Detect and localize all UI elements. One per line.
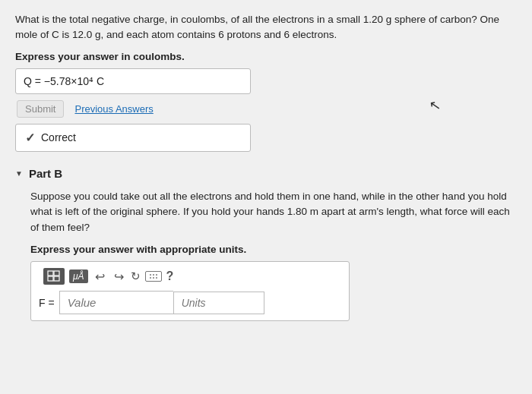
correct-box: ✓ Correct bbox=[15, 124, 251, 152]
correct-label: Correct bbox=[41, 131, 76, 143]
toolbar-row: μÅ ↩ ↪ ↻ bbox=[39, 268, 341, 285]
part-b-express-label: Express your answer with appropriate uni… bbox=[15, 244, 517, 255]
answer-value: Q = −5.78×10⁴ C bbox=[24, 75, 104, 87]
reset-button[interactable]: ↻ bbox=[131, 269, 141, 283]
units-input[interactable] bbox=[173, 292, 264, 314]
submit-row: Submit Previous Answers bbox=[15, 100, 517, 118]
submit-button[interactable]: Submit bbox=[17, 100, 64, 118]
previous-answers-link[interactable]: Previous Answers bbox=[74, 103, 153, 115]
part-b-label: Part B bbox=[29, 167, 62, 180]
svg-rect-1 bbox=[54, 271, 59, 276]
cursor-arrow: ↖ bbox=[428, 96, 442, 115]
svg-rect-3 bbox=[54, 276, 59, 281]
mu-angstrom-button[interactable]: μÅ bbox=[69, 269, 88, 283]
redo-button[interactable]: ↪ bbox=[112, 269, 126, 285]
svg-rect-2 bbox=[48, 276, 53, 281]
part-b-header-row: ▼ Part B bbox=[15, 167, 517, 180]
part-b-question-text: Suppose you could take out all the elect… bbox=[15, 189, 517, 237]
value-input[interactable] bbox=[59, 291, 173, 314]
collapse-triangle-icon[interactable]: ▼ bbox=[15, 169, 23, 178]
express-label: Express your answer in coulombs. bbox=[15, 51, 517, 62]
value-units-row: F = bbox=[39, 291, 341, 314]
question-text: What is the total negative charge, in co… bbox=[15, 12, 517, 43]
checkmark-icon: ✓ bbox=[25, 131, 35, 145]
undo-button[interactable]: ↩ bbox=[93, 269, 107, 285]
answer-input-box[interactable]: Q = −5.78×10⁴ C bbox=[15, 68, 251, 94]
svg-rect-0 bbox=[48, 271, 53, 276]
part-b-input-section: μÅ ↩ ↪ ↻ bbox=[30, 261, 350, 321]
f-equals-label: F = bbox=[39, 297, 55, 309]
keyboard-icon[interactable] bbox=[145, 271, 162, 282]
table-icon[interactable] bbox=[43, 268, 65, 285]
help-button[interactable]: ? bbox=[166, 269, 174, 283]
